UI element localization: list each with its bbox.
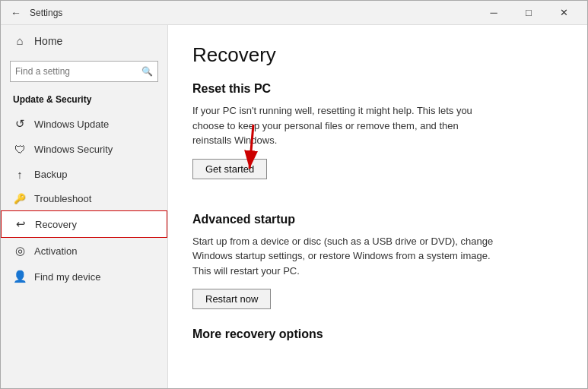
sidebar-item-troubleshoot[interactable]: 🔑 Troubleshoot bbox=[1, 187, 167, 210]
main-panel: Recovery Reset this PC If your PC isn't … bbox=[168, 25, 587, 388]
window-title: Settings bbox=[30, 8, 476, 18]
recovery-icon: ↩ bbox=[14, 217, 27, 231]
sidebar-item-activation[interactable]: ◎ Activation bbox=[1, 238, 167, 264]
page-title: Recovery bbox=[192, 43, 563, 67]
maximize-button[interactable]: □ bbox=[511, 1, 546, 25]
reset-section: Reset this PC If your PC isn't running w… bbox=[192, 82, 563, 198]
minimize-button[interactable]: ─ bbox=[476, 1, 511, 25]
advanced-startup-title: Advanced startup bbox=[192, 213, 563, 226]
sidebar-item-windows-security[interactable]: 🛡 Windows Security bbox=[1, 137, 167, 162]
advanced-startup-description: Start up from a device or disc (such as … bbox=[192, 234, 497, 279]
get-started-button[interactable]: Get started bbox=[192, 159, 267, 179]
advanced-startup-section: Advanced startup Start up from a device … bbox=[192, 213, 563, 328]
search-icon: 🔍 bbox=[141, 66, 153, 77]
find-device-icon: 👤 bbox=[13, 270, 27, 283]
sidebar-section-title: Update & Security bbox=[1, 90, 167, 111]
update-icon: ↺ bbox=[13, 117, 27, 131]
settings-window: ← Settings ─ □ ✕ ⌂ Home 🔍 U bbox=[0, 0, 588, 389]
security-icon: 🛡 bbox=[13, 143, 27, 156]
search-box[interactable]: 🔍 bbox=[10, 61, 158, 82]
back-button[interactable]: ← bbox=[7, 4, 25, 22]
sidebar-item-home[interactable]: ⌂ Home bbox=[1, 25, 167, 56]
more-recovery-options-title: More recovery options bbox=[192, 327, 563, 341]
content-area: ⌂ Home 🔍 Update & Security ↺ Windows Upd… bbox=[1, 25, 587, 388]
restart-now-button[interactable]: Restart now bbox=[192, 289, 271, 309]
backup-icon: ↑ bbox=[13, 168, 27, 181]
window-controls: ─ □ ✕ bbox=[476, 1, 581, 25]
get-started-container: Get started bbox=[192, 159, 563, 198]
sidebar-item-find-my-device[interactable]: 👤 Find my device bbox=[1, 264, 167, 289]
search-input[interactable] bbox=[15, 66, 141, 77]
home-icon: ⌂ bbox=[13, 34, 27, 47]
activation-icon: ◎ bbox=[13, 244, 27, 258]
reset-description: If your PC isn't running well, resetting… bbox=[192, 103, 497, 148]
close-button[interactable]: ✕ bbox=[546, 1, 581, 25]
reset-title: Reset this PC bbox=[192, 82, 563, 96]
troubleshoot-icon: 🔑 bbox=[13, 193, 27, 204]
sidebar-item-windows-update[interactable]: ↺ Windows Update bbox=[1, 111, 167, 137]
sidebar-item-backup[interactable]: ↑ Backup bbox=[1, 162, 167, 187]
sidebar: ⌂ Home 🔍 Update & Security ↺ Windows Upd… bbox=[1, 25, 168, 388]
sidebar-item-recovery[interactable]: ↩ Recovery bbox=[1, 210, 167, 238]
titlebar: ← Settings ─ □ ✕ bbox=[1, 1, 587, 25]
